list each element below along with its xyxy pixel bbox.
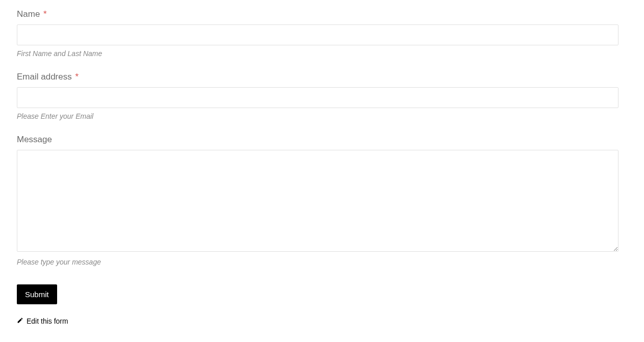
name-field-group: Name * First Name and Last Name — [17, 9, 619, 58]
name-required-mark: * — [43, 9, 47, 19]
edit-form-link-text: Edit this form — [27, 317, 68, 325]
name-label: Name * — [17, 9, 619, 19]
message-label-text: Message — [17, 135, 52, 144]
name-input[interactable] — [17, 24, 619, 45]
contact-form: Name * First Name and Last Name Email ad… — [17, 9, 619, 326]
email-required-mark: * — [75, 72, 79, 82]
message-field-group: Message Please type your message — [17, 135, 619, 266]
name-label-text: Name — [17, 9, 40, 19]
submit-button[interactable]: Submit — [17, 284, 57, 304]
email-input[interactable] — [17, 87, 619, 108]
email-label: Email address * — [17, 72, 619, 82]
pencil-icon — [17, 317, 23, 325]
edit-form-link[interactable]: Edit this form — [17, 317, 68, 325]
name-help-text: First Name and Last Name — [17, 49, 619, 58]
email-field-group: Email address * Please Enter your Email — [17, 72, 619, 120]
message-label: Message — [17, 135, 619, 145]
email-help-text: Please Enter your Email — [17, 112, 619, 120]
email-label-text: Email address — [17, 72, 72, 82]
message-help-text: Please type your message — [17, 258, 619, 266]
message-textarea[interactable] — [17, 150, 619, 252]
